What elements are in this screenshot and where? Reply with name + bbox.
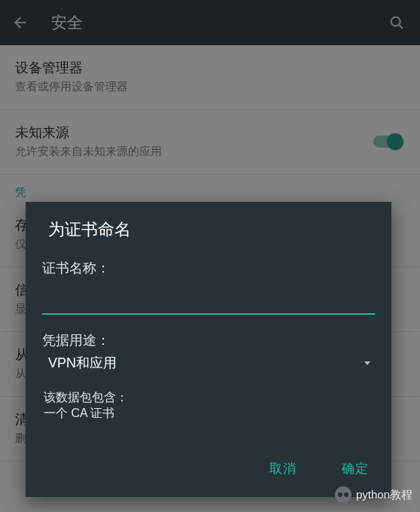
cancel-button[interactable]: 取消 (260, 456, 306, 482)
ok-button[interactable]: 确定 (333, 456, 378, 482)
cert-usage-value: VPN和应用 (48, 354, 363, 372)
name-certificate-dialog: 为证书命名 证书名称： 凭据用途： VPN和应用 该数据包包含： 一个 CA 证… (26, 202, 391, 497)
cert-name-field-wrap[interactable] (42, 285, 375, 315)
watermark-text: python教程 (356, 488, 412, 502)
wechat-icon (335, 486, 352, 503)
note-heading: 该数据包包含： (44, 390, 375, 406)
cert-name-input[interactable] (42, 290, 375, 309)
chevron-down-icon (363, 358, 372, 367)
note-line: 一个 CA 证书 (44, 406, 375, 422)
watermark: python教程 (335, 486, 412, 503)
cert-usage-select[interactable]: VPN和应用 (42, 349, 375, 376)
cert-name-label: 证书名称： (42, 259, 375, 277)
dialog-title: 为证书命名 (26, 202, 391, 245)
cert-contents-note: 该数据包包含： 一个 CA 证书 (42, 390, 375, 422)
svg-marker-3 (364, 361, 370, 365)
cert-usage-label: 凭据用途： (42, 331, 375, 349)
